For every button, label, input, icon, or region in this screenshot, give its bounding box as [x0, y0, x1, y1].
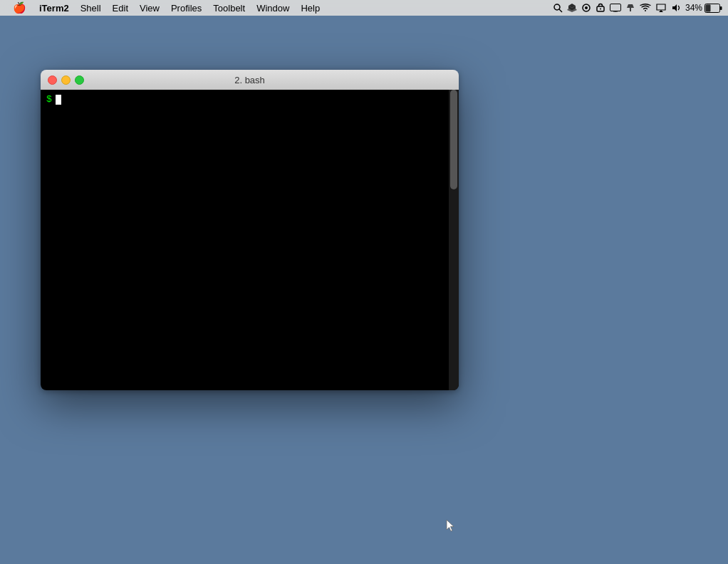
app-name-menu[interactable]: iTerm2 — [33, 0, 75, 16]
terminal-window[interactable]: 2. bash $ — [41, 70, 459, 390]
battery-percent: 34% — [685, 3, 702, 13]
svg-line-1 — [559, 9, 562, 12]
minimize-button[interactable] — [61, 75, 71, 85]
screensharing-icon[interactable] — [610, 4, 621, 12]
svg-rect-15 — [706, 4, 711, 11]
menu-bar-left: 🍎 iTerm2 Shell Edit View Profiles Toolbe… — [6, 0, 326, 16]
battery-indicator: 34% — [685, 3, 722, 13]
window-menu[interactable]: Window — [251, 0, 295, 16]
help-menu[interactable]: Help — [295, 0, 326, 16]
desktop: 2. bash $ — [0, 16, 728, 564]
lastpass-icon[interactable] — [596, 3, 605, 13]
terminal-titlebar: 2. bash — [41, 70, 459, 90]
airplay-icon[interactable] — [655, 4, 667, 12]
shell-menu[interactable]: Shell — [75, 0, 107, 16]
mouse-cursor — [446, 519, 454, 532]
location-icon[interactable] — [581, 3, 591, 13]
sip-icon[interactable] — [625, 3, 635, 13]
svg-point-9 — [600, 9, 601, 10]
dropbox-icon[interactable] — [567, 3, 577, 13]
terminal-scrollbar[interactable] — [449, 90, 459, 390]
toolbelt-menu[interactable]: Toolbelt — [207, 0, 251, 16]
terminal-scrollbar-thumb[interactable] — [450, 90, 457, 189]
svg-rect-10 — [610, 4, 620, 11]
terminal-prompt: $ — [46, 93, 455, 106]
wifi-icon[interactable] — [640, 4, 651, 12]
terminal-body[interactable]: $ — [41, 90, 459, 390]
svg-rect-14 — [720, 6, 722, 10]
svg-point-7 — [585, 6, 588, 9]
close-button[interactable] — [48, 75, 57, 85]
profiles-menu[interactable]: Profiles — [165, 0, 207, 16]
window-buttons — [48, 75, 84, 85]
edit-menu[interactable]: Edit — [107, 0, 134, 16]
view-menu[interactable]: View — [134, 0, 165, 16]
apple-menu[interactable]: 🍎 — [6, 0, 33, 16]
terminal-content: $ — [41, 90, 459, 110]
volume-icon[interactable] — [671, 3, 681, 13]
menu-bar-right: 34% — [553, 3, 722, 13]
window-title: 2. bash — [234, 75, 265, 85]
menu-bar: 🍎 iTerm2 Shell Edit View Profiles Toolbe… — [0, 0, 728, 16]
svg-point-0 — [554, 4, 560, 10]
maximize-button[interactable] — [75, 75, 84, 85]
search-icon[interactable] — [553, 3, 563, 13]
prompt-dollar: $ — [46, 93, 52, 106]
terminal-cursor — [56, 95, 61, 105]
